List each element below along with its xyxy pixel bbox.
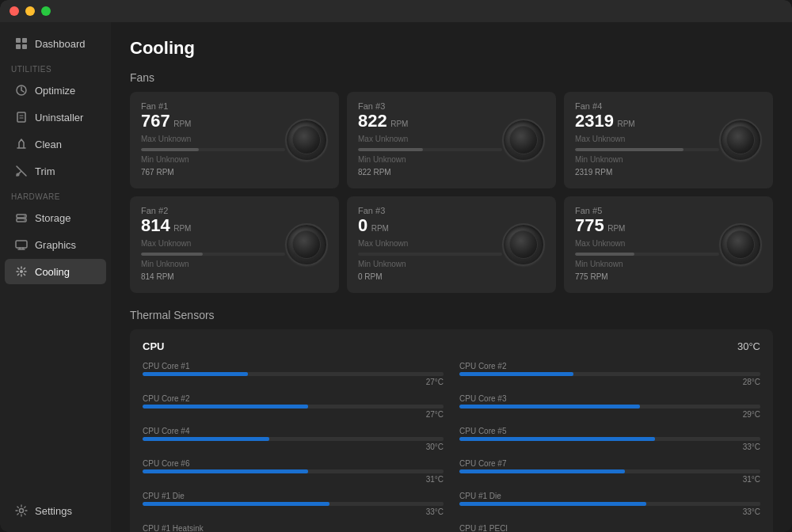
fan-gauge-1 [502,119,545,162]
clean-icon [14,137,29,151]
thermal-core-name-4: CPU Core #4 [143,427,444,435]
thermal-main-temp: 30°C [737,340,760,352]
sidebar-item-optimize[interactable]: Optimize [5,78,106,103]
thermal-bar-container-1 [459,372,760,376]
thermal-bar-container-2 [143,405,444,408]
hardware-section-label: Hardware [0,184,111,204]
settings-icon [14,504,29,518]
fan-name-1: Fan #3 [358,101,502,111]
app-window: Dashboard Utilities Optimize [0,0,792,532]
thermal-bar-container-8 [143,502,444,506]
thermal-row-7: CPU Core #7 31°C [459,459,760,484]
thermal-bar-container-7 [459,469,760,473]
fan-info-3: Fan #2 814 RPM Max Unknown Min Unknown 8… [141,206,285,283]
fan-card-3: Fan #2 814 RPM Max Unknown Min Unknown 8… [130,196,339,293]
thermal-core-name-10: CPU #1 Heatsink [143,524,444,532]
thermal-row-4: CPU Core #4 30°C [143,427,444,451]
thermal-bar-6 [143,469,308,473]
fan-name-3: Fan #2 [141,206,285,215]
thermal-core-name-8: CPU #1 Die [143,492,444,500]
thermal-row-8: CPU #1 Die 33°C [143,492,444,516]
cooling-icon [14,264,29,279]
dashboard-icon [14,36,29,51]
svg-point-10 [24,219,25,221]
fan-rpm-5: 775 RPM [575,217,719,234]
thermal-bar-5 [459,437,655,441]
fan-card-2: Fan #4 2319 RPM Max Unknown Min Unknown … [564,92,773,188]
sidebar-item-graphics[interactable]: Graphics [5,232,106,257]
thermal-row-5: CPU Core #5 33°C [459,427,760,451]
thermal-bar-1 [459,372,573,376]
svg-rect-5 [17,112,25,122]
thermal-group-title: CPU [143,340,164,352]
titlebar [0,0,792,22]
fan-rpm-value-0: 767 [141,111,170,131]
fan-name-4: Fan #3 [358,206,502,215]
storage-icon [14,211,29,225]
thermal-bar-container-0 [143,372,444,376]
close-button[interactable] [10,6,19,16]
uninstaller-label: Uninstaller [35,112,83,124]
fan-name-2: Fan #4 [575,101,719,111]
thermal-temp-7: 31°C [459,475,760,484]
fan-card-4: Fan #3 0 RPM Max Unknown Min Unknown 0 R… [347,196,556,293]
thermal-bar-0 [143,372,248,376]
thermal-bar-container-9 [459,502,760,506]
trim-icon [14,164,29,178]
fans-section-label: Fans [130,71,773,84]
trim-label: Trim [35,165,55,177]
fan-card-0: Fan #1 767 RPM Max Unknown Min Unknown 7… [130,92,339,188]
fan-rpm-value-4: 0 [358,215,367,235]
thermal-temp-2: 27°C [143,410,444,419]
fan-gauge-5 [719,223,762,266]
fan-rpm-1: 822 RPM [358,112,502,130]
thermal-row-2: CPU Core #2 27°C [143,394,444,419]
thermal-temp-8: 33°C [143,507,444,516]
thermal-header: CPU 30°C [143,340,760,352]
thermal-grid: CPU Core #1 27°C CPU Core #2 28°C [143,362,760,532]
svg-point-12 [20,270,23,273]
sidebar-item-settings[interactable]: Settings [5,498,106,523]
fan-unit-0: RPM [173,120,191,128]
fullscreen-button[interactable] [41,6,51,16]
graphics-icon [14,238,29,252]
sidebar: Dashboard Utilities Optimize [0,22,111,532]
sidebar-item-dashboard[interactable]: Dashboard [5,31,106,56]
minimize-button[interactable] [25,6,35,16]
fan-unit-5: RPM [607,224,625,233]
clean-label: Clean [35,139,62,150]
sidebar-item-storage[interactable]: Storage [5,205,106,230]
thermal-core-name-3: CPU Core #3 [459,394,760,403]
fan-info-5: Fan #5 775 RPM Max Unknown Min Unknown 7… [575,206,719,283]
fan-rpm-3: 814 RPM [141,217,285,234]
fan-rpm-4: 0 RPM [358,217,502,234]
thermal-core-name-7: CPU Core #7 [459,459,760,468]
thermal-bar-4 [143,437,269,441]
fan-name-5: Fan #5 [575,206,719,215]
svg-rect-3 [22,44,27,49]
thermal-bar-2 [143,405,308,408]
fan-rpm-value-5: 775 [575,215,604,235]
thermal-bar-7 [459,469,625,473]
sidebar-item-clean[interactable]: Clean [5,131,106,157]
utilities-section-label: Utilities [0,57,111,77]
fan-info-0: Fan #1 767 RPM Max Unknown Min Unknown 7… [141,101,285,179]
thermal-temp-0: 27°C [143,378,444,386]
app-body: Dashboard Utilities Optimize [0,22,792,532]
fan-info-1: Fan #3 822 RPM Max Unknown Min Unknown 8… [358,101,502,179]
sidebar-item-cooling[interactable]: Cooling [5,259,106,284]
thermal-temp-5: 33°C [459,443,760,451]
thermal-bar-8 [143,502,329,506]
thermal-temp-4: 30°C [143,443,444,451]
thermal-row-10: CPU #1 Heatsink 33°C [143,524,444,532]
fan-rpm-0: 767 RPM [141,112,285,130]
fan-info-2: Fan #4 2319 RPM Max Unknown Min Unknown … [575,101,719,179]
svg-rect-0 [16,38,21,43]
sidebar-item-uninstaller[interactable]: Uninstaller [5,104,106,130]
thermal-temp-9: 33°C [459,507,760,516]
fan-gauge-2 [719,119,762,162]
fan-rpm-value-1: 822 [358,111,387,131]
fan-unit-1: RPM [390,120,408,128]
fan-rpm-2: 2319 RPM [575,112,719,130]
sidebar-item-trim[interactable]: Trim [5,158,106,184]
